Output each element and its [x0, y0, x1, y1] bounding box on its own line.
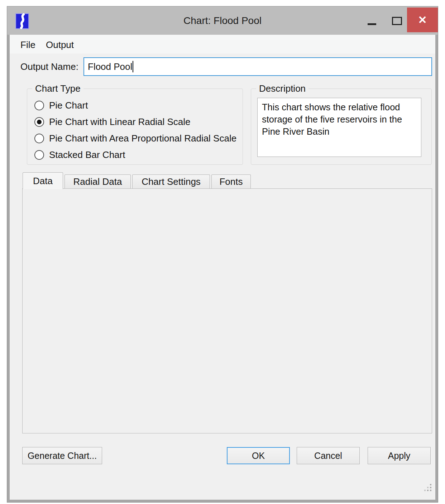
tab-radial-data[interactable]: Radial Data: [64, 174, 131, 189]
title-bar[interactable]: Chart: Flood Pool ✕: [7, 6, 438, 35]
close-button[interactable]: ✕: [407, 8, 438, 32]
menu-output[interactable]: Output: [44, 39, 76, 51]
description-group: Description This chart shows the relativ…: [251, 88, 432, 165]
maximize-icon: [392, 17, 402, 25]
radio-pie-area-radial[interactable]: Pie Chart with Area Proportional Radial …: [34, 133, 236, 144]
dialog-window: Chart: Flood Pool ✕ File Output Output N…: [7, 6, 438, 502]
description-textarea[interactable]: This chart shows the relative flood stor…: [257, 98, 421, 157]
minimize-button[interactable]: [362, 6, 382, 32]
minimize-icon: [368, 23, 376, 25]
radio-circle-icon: [34, 101, 44, 110]
resize-grip[interactable]: [423, 483, 432, 493]
output-name-label: Output Name:: [20, 61, 78, 72]
tab-fonts[interactable]: Fonts: [211, 174, 251, 189]
generate-chart-button[interactable]: Generate Chart...: [22, 447, 102, 464]
text-caret: [133, 61, 133, 72]
close-icon: ✕: [418, 14, 427, 26]
description-text: This chart shows the relative flood stor…: [258, 98, 421, 140]
radio-stacked-bar[interactable]: Stacked Bar Chart: [34, 149, 125, 160]
cancel-button[interactable]: Cancel: [297, 447, 360, 464]
radio-circle-checked-icon: [34, 117, 44, 127]
radio-circle-icon: [34, 150, 44, 160]
radio-pie-chart[interactable]: Pie Chart: [34, 100, 88, 111]
description-group-title: Description: [256, 83, 308, 94]
output-name-input[interactable]: Flood Pool: [83, 57, 432, 76]
apply-button[interactable]: Apply: [368, 447, 431, 464]
output-name-value: Flood Pool: [88, 61, 132, 72]
menu-file[interactable]: File: [18, 39, 38, 51]
resize-grip-icon: [423, 483, 432, 491]
chart-type-group-title: Chart Type: [32, 83, 83, 94]
menu-bar: File Output: [10, 35, 435, 54]
tab-panel-data: [22, 188, 432, 433]
chart-type-group: Chart Type Pie Chart Pie Chart with Line…: [27, 88, 243, 165]
tab-chart-settings[interactable]: Chart Settings: [132, 174, 210, 189]
radio-circle-icon: [34, 134, 44, 143]
maximize-button[interactable]: [387, 6, 407, 32]
ok-button[interactable]: OK: [227, 447, 290, 464]
tab-data[interactable]: Data: [23, 172, 63, 189]
radio-pie-linear-radial[interactable]: Pie Chart with Linear Radial Scale: [34, 116, 191, 128]
